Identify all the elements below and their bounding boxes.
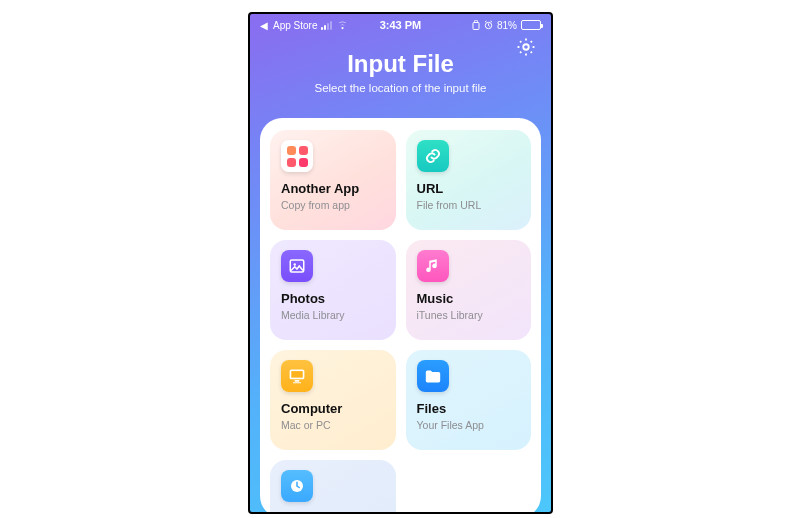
card-title: URL xyxy=(417,182,521,197)
options-grid: Another App Copy from app URL File from … xyxy=(270,130,531,514)
clock: 3:43 PM xyxy=(250,19,551,31)
card-computer[interactable]: Computer Mac or PC xyxy=(270,350,396,450)
monitor-icon xyxy=(281,360,313,392)
card-subtitle: Mac or PC xyxy=(281,419,385,431)
music-note-icon xyxy=(417,250,449,282)
card-subtitle: Media Library xyxy=(281,309,385,321)
page-subtitle: Select the location of the input file xyxy=(266,82,535,94)
svg-point-4 xyxy=(294,263,296,265)
options-sheet: Another App Copy from app URL File from … xyxy=(260,118,541,514)
apps-icon xyxy=(281,140,313,172)
card-another-app[interactable]: Another App Copy from app xyxy=(270,130,396,230)
folder-icon xyxy=(417,360,449,392)
page-title: Input File xyxy=(266,50,535,78)
card-history[interactable]: History xyxy=(270,460,396,514)
header: Input File Select the location of the in… xyxy=(250,36,551,112)
link-icon xyxy=(417,140,449,172)
card-url[interactable]: URL File from URL xyxy=(406,130,532,230)
card-subtitle: File from URL xyxy=(417,199,521,211)
card-title: Music xyxy=(417,292,521,307)
card-title: History xyxy=(281,512,385,514)
phone-screen: ◀ App Store 3:43 PM 81% xyxy=(248,12,553,514)
card-title: Another App xyxy=(281,182,385,197)
svg-rect-8 xyxy=(293,382,301,383)
card-title: Files xyxy=(417,402,521,417)
status-bar: ◀ App Store 3:43 PM 81% xyxy=(250,14,551,36)
settings-button[interactable] xyxy=(515,36,537,58)
card-subtitle: Your Files App xyxy=(417,419,521,431)
card-title: Photos xyxy=(281,292,385,307)
svg-rect-6 xyxy=(291,371,302,378)
card-subtitle: Copy from app xyxy=(281,199,385,211)
battery-icon xyxy=(521,20,541,30)
clock-icon xyxy=(281,470,313,502)
card-subtitle: iTunes Library xyxy=(417,309,521,321)
gear-icon xyxy=(515,36,537,58)
card-music[interactable]: Music iTunes Library xyxy=(406,240,532,340)
card-title: Computer xyxy=(281,402,385,417)
card-files[interactable]: Files Your Files App xyxy=(406,350,532,450)
svg-rect-7 xyxy=(295,380,300,382)
card-photos[interactable]: Photos Media Library xyxy=(270,240,396,340)
image-icon xyxy=(281,250,313,282)
